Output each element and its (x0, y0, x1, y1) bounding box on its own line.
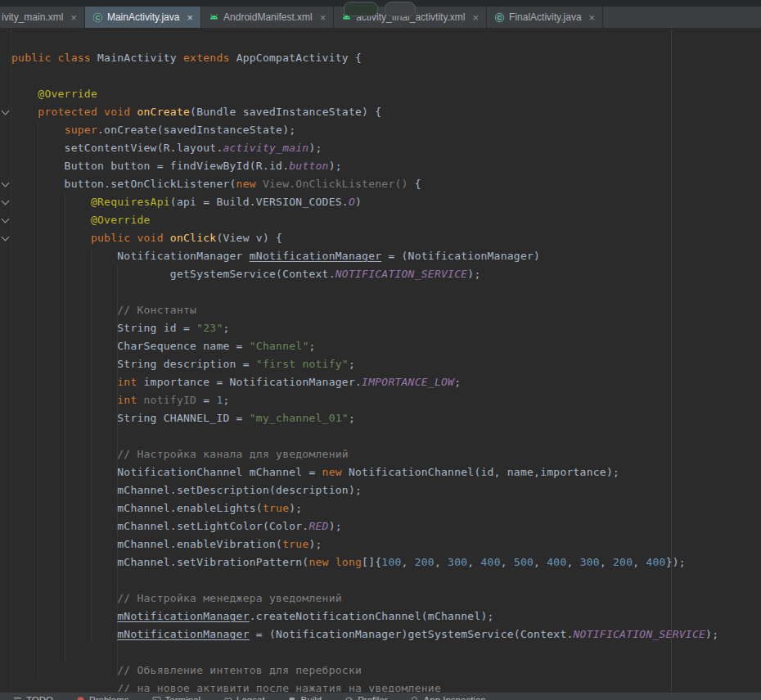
code-line: // Настройка менеджера уведомлений (11, 589, 761, 607)
code-line (11, 283, 761, 301)
tab-label: FinalActivity.java (509, 11, 581, 23)
app-inspection-icon (411, 696, 420, 700)
code-line: button.setOnClickListener(new View.OnCli… (11, 175, 761, 193)
code-line (11, 644, 761, 662)
editor-tab[interactable]: CFinalActivity.java× (487, 7, 603, 28)
code-line: mChannel.setDescription(description); (11, 481, 761, 499)
statusbar-item-label: App Inspection (424, 695, 486, 700)
java-class-icon: C (92, 12, 103, 23)
code-line: public class MainActivity extends AppCom… (11, 49, 761, 67)
close-tab-icon[interactable]: × (187, 12, 193, 23)
run-config-widget[interactable] (344, 2, 378, 16)
tab-label: MainActivity.java (107, 11, 179, 23)
fold-marker[interactable] (2, 215, 10, 224)
code-line: String CHANNEL_ID = "my_channel_01"; (11, 409, 761, 427)
java-class-icon: C (494, 12, 505, 23)
tab-label: ivity_main.xml (2, 11, 63, 23)
code-line: int notifyID = 1; (11, 391, 761, 409)
code-line: getSystemService(Context.NOTIFICATION_SE… (11, 265, 761, 283)
code-line: mChannel.setLightColor(Color.RED); (11, 517, 761, 535)
close-tab-icon[interactable]: × (70, 12, 77, 23)
code-line: @Override (11, 85, 761, 103)
statusbar-item-app-inspection[interactable]: App Inspection (411, 695, 486, 700)
code-editor[interactable]: public class MainActivity extends AppCom… (0, 28, 761, 692)
code-line: // Обьявление интентов для переброски (11, 662, 761, 680)
build-icon (288, 696, 297, 700)
close-tab-icon[interactable]: × (320, 12, 326, 23)
code-line: @Override (11, 211, 761, 229)
code-line: mChannel.enableVibration(true); (11, 535, 761, 553)
code-line: // на новое активити после нажатия на ув… (11, 680, 761, 692)
svg-text:C: C (96, 14, 101, 21)
toolbar-widget[interactable] (385, 2, 416, 16)
statusbar-item-terminal[interactable]: Terminal (152, 695, 200, 700)
editor-tab[interactable]: ivity_main.xml× (0, 7, 85, 28)
svg-text:C: C (498, 14, 502, 21)
statusbar-item-build[interactable]: Build (288, 695, 322, 700)
editor-tab[interactable]: CMainActivity.java× (85, 7, 201, 28)
statusbar-item-problems[interactable]: Problems (76, 695, 129, 700)
android-icon (209, 12, 219, 23)
close-tab-icon[interactable]: × (589, 12, 596, 23)
fold-marker[interactable] (2, 107, 10, 115)
code-line: super.onCreate(savedInstanceState); (11, 121, 761, 139)
code-line: setContentView(R.layout.activity_main); (11, 139, 761, 157)
fold-marker[interactable] (2, 197, 10, 205)
code-line: public void onClick(View v) { (11, 229, 761, 247)
fold-marker[interactable] (2, 233, 10, 242)
code-line: // Настройка канала для уведомлений (11, 445, 761, 463)
statusbar-item-label: Profiler (358, 695, 387, 700)
code-line: Button button = findViewById(R.id.button… (11, 157, 761, 175)
editor-gutter[interactable] (0, 28, 11, 692)
tab-label: AndroidManifest.xml (223, 11, 313, 23)
code-line: // Константы (11, 301, 761, 319)
statusbar-item-logcat[interactable]: Logcat (223, 695, 265, 700)
editor-tabs: ivity_main.xml×CMainActivity.java×Androi… (0, 7, 761, 29)
code-line: String description = "first notify"; (11, 355, 761, 373)
logcat-icon (223, 696, 232, 700)
code-line: CharSequence name = "Channel"; (11, 337, 761, 355)
code-line: NotificationManager mNotificationManager… (11, 247, 761, 265)
statusbar-item-label: Problems (89, 695, 129, 700)
code-line: mChannel.setVibrationPattern(new long[]{… (11, 553, 761, 571)
code-line: mChannel.enableLights(true); (11, 499, 761, 517)
code-line: @RequiresApi(api = Build.VERSION_CODES.O… (11, 193, 761, 211)
terminal-icon (152, 696, 161, 700)
code-line: String id = "23"; (11, 319, 761, 337)
todo-icon (13, 696, 22, 700)
top-toolbar-strip (0, 0, 761, 7)
fold-marker[interactable] (2, 179, 10, 187)
problems-icon (76, 696, 85, 700)
status-bar: TODOProblemsTerminalLogcatBuildProfilerA… (0, 692, 761, 700)
code-line (11, 67, 761, 85)
close-tab-icon[interactable]: × (473, 12, 480, 23)
statusbar-item-todo[interactable]: TODO (13, 695, 53, 700)
editor-tab[interactable]: AndroidManifest.xml× (201, 7, 334, 28)
code-lines: public class MainActivity extends AppCom… (11, 31, 761, 692)
profiler-icon (344, 696, 353, 700)
code-line (11, 427, 761, 445)
code-line: NotificationChannel mChannel = new Notif… (11, 463, 761, 481)
statusbar-item-label: Logcat (236, 695, 265, 700)
code-line: int importance = NotificationManager.IMP… (11, 373, 761, 391)
statusbar-item-label: Build (301, 695, 322, 700)
statusbar-item-label: Terminal (165, 695, 200, 700)
code-line: protected void onCreate(Bundle savedInst… (11, 103, 761, 121)
code-line: mNotificationManager = (NotificationMana… (11, 625, 761, 644)
code-line: mNotificationManager.createNotificationC… (11, 607, 761, 625)
code-line (11, 571, 761, 589)
code-line (11, 31, 761, 49)
statusbar-item-label: TODO (26, 695, 53, 700)
statusbar-item-profiler[interactable]: Profiler (344, 695, 387, 700)
